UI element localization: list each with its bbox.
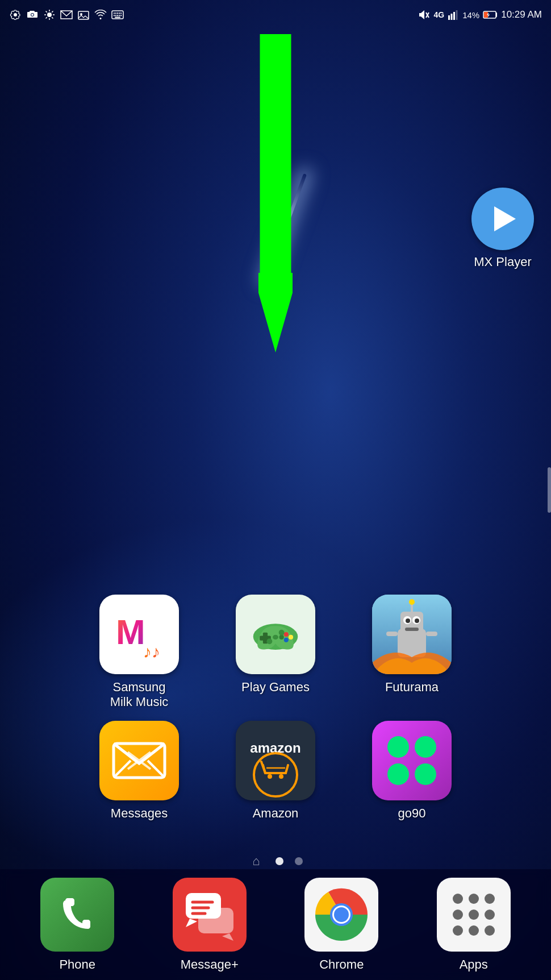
svg-line-7 [46, 11, 47, 13]
play-games-label: Play Games [241, 680, 310, 695]
svg-line-10 [46, 17, 47, 18]
signal-4g: 4G [433, 10, 444, 19]
signal-bars [448, 10, 459, 20]
gallery-icon [77, 9, 90, 21]
keyboard-icon [111, 9, 124, 21]
svg-rect-11 [78, 11, 89, 19]
svg-point-54 [415, 618, 419, 623]
samsung-milk-music-label: Samsung Milk Music [110, 680, 169, 709]
home-indicator: ⌂ [248, 853, 264, 869]
svg-rect-58 [386, 632, 398, 636]
brightness-icon [43, 9, 56, 21]
svg-point-66 [279, 774, 283, 779]
amazon-app[interactable]: amazon Amazon [219, 721, 332, 821]
go90-app[interactable]: go90 [355, 721, 469, 821]
svg-text:M: M [116, 612, 145, 651]
app-row-2: Messages amazon [0, 721, 551, 821]
chrome-icon[interactable] [304, 878, 378, 952]
svg-point-44 [279, 635, 284, 640]
samsung-milk-music-app[interactable]: M ♪♪ [82, 595, 196, 709]
page-dot-inactive [295, 857, 303, 865]
svg-point-45 [273, 635, 278, 640]
svg-point-1 [31, 14, 34, 16]
gmail-icon [60, 9, 73, 21]
phone-label: Phone [59, 957, 95, 972]
messages-label: Messages [111, 806, 168, 821]
svg-rect-59 [426, 632, 437, 636]
wifi-icon [94, 9, 107, 21]
futurama-icon[interactable] [372, 595, 452, 674]
chrome-label: Chrome [319, 957, 364, 972]
page-dot-active [276, 857, 283, 865]
svg-line-9 [52, 11, 53, 13]
phone-icon[interactable] [40, 878, 114, 952]
svg-rect-27 [448, 15, 450, 20]
svg-point-41 [284, 632, 289, 637]
amazon-label: Amazon [253, 806, 299, 821]
svg-point-42 [289, 635, 293, 640]
svg-rect-61 [236, 721, 315, 800]
apps-dock-item[interactable]: Apps [423, 878, 525, 972]
message-plus-dock-item[interactable]: Message+ [158, 878, 261, 972]
samsung-milk-music-icon[interactable]: M ♪♪ [99, 595, 179, 674]
app-row-1: M ♪♪ [0, 595, 551, 709]
svg-text:♪♪: ♪♪ [143, 642, 160, 661]
go90-icon[interactable] [372, 721, 452, 800]
svg-rect-30 [456, 10, 458, 20]
status-left-icons [9, 9, 124, 21]
play-games-icon[interactable] [236, 595, 315, 674]
amazon-icon[interactable]: amazon [236, 721, 315, 800]
message-plus-label: Message+ [181, 957, 239, 972]
svg-rect-28 [451, 14, 453, 20]
go90-label: go90 [398, 806, 426, 821]
app-area: M ♪♪ [0, 34, 551, 866]
svg-point-53 [406, 618, 410, 623]
play-games-app[interactable]: Play Games [219, 595, 332, 709]
svg-point-57 [409, 599, 415, 605]
settings-icon [9, 9, 22, 21]
status-right-icons: 4G 14% 10:29 AM [419, 9, 542, 20]
svg-point-65 [268, 774, 272, 779]
svg-line-8 [52, 17, 53, 18]
messages-app[interactable]: Messages [82, 721, 196, 821]
apps-icon[interactable] [437, 878, 511, 952]
chrome-dock-item[interactable]: Chrome [290, 878, 393, 972]
status-bar: 4G 14% 10:29 AM [0, 0, 551, 30]
futurama-label: Futurama [385, 680, 439, 695]
dock: Phone Message+ [0, 869, 551, 980]
message-plus-icon[interactable] [173, 878, 247, 952]
svg-point-47 [279, 630, 285, 636]
page-indicators: ⌂ [248, 853, 303, 869]
svg-rect-29 [453, 12, 455, 20]
svg-rect-69 [198, 908, 233, 933]
svg-rect-55 [405, 628, 419, 631]
apps-label: Apps [460, 957, 488, 972]
camera-icon [26, 9, 39, 21]
svg-point-43 [284, 638, 289, 642]
apps-grid [446, 887, 502, 942]
mute-icon [419, 10, 430, 20]
scroll-indicator [548, 467, 551, 513]
go90-dots [387, 736, 436, 785]
svg-point-76 [334, 907, 349, 922]
futurama-app[interactable]: Futurama [355, 595, 469, 709]
battery-percent: 14% [462, 10, 479, 20]
svg-point-46 [266, 638, 272, 644]
battery-icon [483, 10, 498, 19]
svg-point-2 [47, 13, 52, 17]
time-display: 10:29 AM [501, 9, 542, 20]
messages-icon[interactable] [99, 721, 179, 800]
phone-dock-item[interactable]: Phone [26, 878, 128, 972]
